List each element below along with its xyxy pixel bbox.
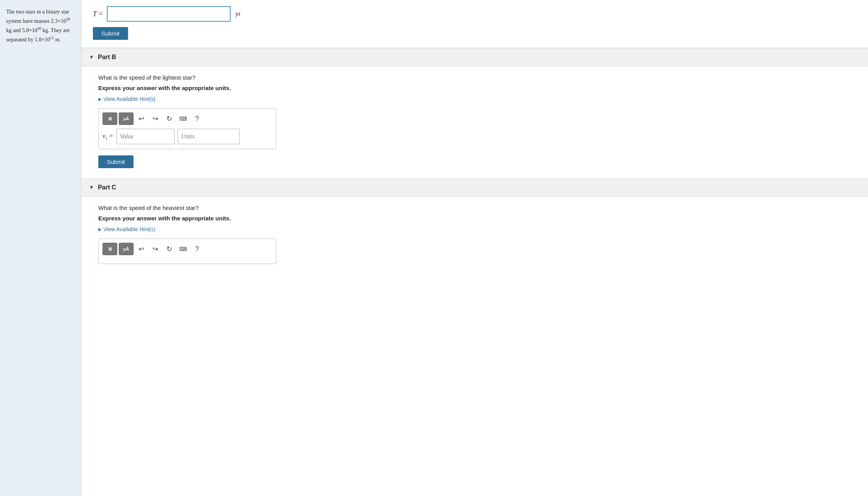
- hint-arrow-icon: ▶: [98, 97, 101, 102]
- submit-button-part-b[interactable]: Submit: [98, 155, 134, 168]
- part-c-keyboard-button[interactable]: ⌨: [177, 243, 189, 255]
- part-c-header: ▼ Part C: [81, 179, 868, 197]
- part-b-toolbar: ⊞ μÅ ↩ ↪ ↻ ⌨: [103, 112, 272, 125]
- help-button[interactable]: ?: [191, 112, 203, 125]
- part-b-answer-box: ⊞ μÅ ↩ ↪ ↻ ⌨: [98, 108, 276, 149]
- submit-button-top[interactable]: Submit: [93, 27, 128, 40]
- part-b-header: ▼ Part B: [81, 48, 868, 66]
- part-b-content: What is the speed of the lightest star? …: [81, 66, 868, 177]
- part-c-grid-button[interactable]: ⊞: [103, 243, 117, 255]
- redo-icon: ↪: [152, 114, 158, 123]
- part-b-section: ▼ Part B What is the speed of the lighte…: [81, 48, 868, 177]
- part-b-hint-label: View Available Hint(s): [103, 96, 156, 102]
- part-c-hint-link[interactable]: ▶ View Available Hint(s): [98, 226, 856, 232]
- keyboard-icon: ⌨: [179, 116, 187, 122]
- right-panel: T = yr Submit ▼ Part B What is the speed…: [81, 0, 868, 496]
- part-c-undo-button[interactable]: ↩: [135, 243, 147, 255]
- t-label: T =: [93, 10, 104, 18]
- part-c-express: Express your answer with the appropriate…: [98, 215, 856, 222]
- mu-button[interactable]: μÅ: [119, 112, 134, 125]
- refresh-button[interactable]: ↻: [163, 112, 175, 125]
- part-c-question: What is the speed of the heaviest star?: [98, 205, 856, 211]
- refresh-icon: ↻: [166, 114, 172, 123]
- help-icon: ?: [195, 115, 199, 123]
- left-panel: The two stars in a binary star system ha…: [0, 0, 81, 496]
- keyboard-button[interactable]: ⌨: [177, 112, 189, 125]
- part-c-redo-button[interactable]: ↪: [149, 243, 161, 255]
- undo-icon: ↩: [139, 114, 144, 123]
- part-c-title: Part C: [98, 184, 116, 191]
- part-c-grid-icon: ⊞: [108, 247, 112, 251]
- part-c-section: ▼ Part C What is the speed of the heavie…: [81, 178, 868, 280]
- part-b-hint-link[interactable]: ▶ View Available Hint(s): [98, 96, 856, 102]
- part-c-refresh-icon: ↻: [166, 245, 172, 253]
- part-c-mu-icon: μÅ: [123, 247, 129, 251]
- part-c-undo-icon: ↩: [139, 245, 144, 253]
- problem-statement: The two stars in a binary star system ha…: [6, 8, 75, 44]
- part-b-input-row: v1 =: [103, 129, 272, 144]
- t-unit-label: yr: [235, 10, 240, 17]
- part-c-refresh-button[interactable]: ↻: [163, 243, 175, 255]
- grid-button[interactable]: ⊞: [103, 112, 117, 125]
- undo-button[interactable]: ↩: [135, 112, 147, 125]
- part-c-content: What is the speed of the heaviest star? …: [81, 197, 868, 280]
- part-b-value-input[interactable]: [116, 129, 175, 144]
- part-c-toolbar: ⊞ μÅ ↩ ↪ ↻ ⌨: [103, 243, 272, 255]
- grid-icon: ⊞: [108, 116, 112, 121]
- part-b-collapse-icon[interactable]: ▼: [89, 54, 94, 60]
- part-b-title: Part B: [98, 54, 116, 61]
- part-c-help-button[interactable]: ?: [191, 243, 203, 255]
- part-b-express: Express your answer with the appropriate…: [98, 85, 856, 91]
- part-c-hint-label: View Available Hint(s): [103, 226, 156, 232]
- part-c-collapse-icon[interactable]: ▼: [89, 184, 94, 191]
- mu-icon: μÅ: [123, 116, 129, 121]
- part-c-mu-button[interactable]: μÅ: [119, 243, 134, 255]
- part-c-hint-arrow-icon: ▶: [98, 227, 101, 232]
- t-input-row: T = yr: [93, 6, 856, 22]
- part-c-answer-box: ⊞ μÅ ↩ ↪ ↻ ⌨: [98, 239, 276, 264]
- v1-subscript: 1: [105, 136, 108, 140]
- v1-label: v1 =: [103, 133, 113, 140]
- part-b-units-input[interactable]: [178, 129, 240, 144]
- part-c-keyboard-icon: ⌨: [179, 246, 187, 252]
- part-b-question: What is the speed of the lightest star?: [98, 74, 856, 81]
- top-answer-area: T = yr Submit: [81, 0, 868, 48]
- part-c-redo-icon: ↪: [152, 245, 158, 253]
- part-c-help-icon: ?: [195, 245, 199, 253]
- t-input[interactable]: [107, 6, 231, 22]
- redo-button[interactable]: ↪: [149, 112, 161, 125]
